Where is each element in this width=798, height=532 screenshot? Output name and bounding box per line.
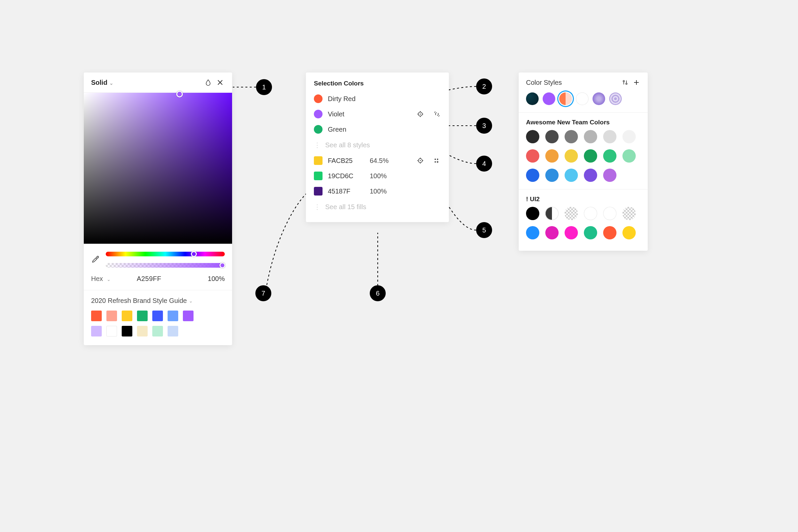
document-swatch[interactable] (122, 326, 132, 337)
style-swatch[interactable] (526, 169, 539, 182)
see-all-fills[interactable]: ⋮ See all 15 fills (306, 199, 449, 215)
sv-thumb[interactable] (176, 91, 183, 97)
document-swatch[interactable] (91, 310, 102, 321)
style-swatch[interactable] (584, 169, 597, 182)
style-swatch[interactable] (592, 92, 605, 105)
blend-mode-icon[interactable] (204, 78, 213, 87)
chevron-down-icon: ⌄ (189, 298, 193, 304)
style-swatch[interactable] (623, 226, 636, 240)
document-swatch[interactable] (152, 310, 163, 321)
style-name: Dirty Red (328, 95, 441, 103)
svg-point-4 (435, 158, 436, 160)
style-swatch[interactable] (584, 207, 597, 220)
team-colors-grid (519, 130, 648, 189)
saturation-value-field[interactable] (84, 93, 232, 244)
style-swatch[interactable] (603, 149, 616, 163)
document-swatch[interactable] (107, 326, 117, 337)
style-swatch[interactable] (603, 226, 616, 240)
style-swatch[interactable] (603, 207, 616, 220)
style-swatch[interactable] (526, 130, 539, 143)
style-dot (314, 110, 323, 118)
selection-fill-row[interactable]: FACB25 64.5% (306, 153, 449, 168)
style-swatch[interactable] (584, 149, 597, 163)
svg-point-3 (420, 160, 421, 161)
style-swatch[interactable] (565, 149, 578, 163)
unlink-icon[interactable] (433, 110, 441, 118)
style-swatch[interactable] (565, 130, 578, 143)
document-swatch[interactable] (168, 326, 178, 337)
see-all-styles[interactable]: ⋮ See all 8 styles (306, 137, 449, 153)
fill-opacity: 100% (370, 188, 387, 195)
fill-opacity: 100% (370, 172, 387, 180)
style-swatch[interactable] (526, 149, 539, 163)
style-swatch[interactable] (565, 207, 578, 220)
document-colors-section[interactable]: 2020 Refresh Brand Style Guide ⌄ (84, 290, 232, 308)
document-swatch[interactable] (107, 310, 117, 321)
style-swatch[interactable] (576, 92, 589, 105)
style-swatch[interactable] (565, 226, 578, 240)
selection-style-row[interactable]: Violet (306, 107, 449, 122)
add-style-icon[interactable] (632, 78, 640, 87)
fill-swatch (314, 172, 323, 180)
fill-type-dropdown[interactable]: Solid⌄ (91, 79, 113, 87)
color-model-dropdown[interactable]: Hex ⌄ (91, 275, 111, 283)
style-swatch[interactable] (623, 207, 636, 220)
style-swatch[interactable] (526, 207, 539, 220)
opacity-input[interactable]: 100% (208, 275, 225, 283)
alpha-slider[interactable] (106, 263, 225, 268)
document-swatch[interactable] (183, 310, 193, 321)
style-swatch[interactable] (584, 130, 597, 143)
document-swatch[interactable] (152, 326, 163, 337)
alpha-thumb[interactable] (220, 262, 225, 268)
style-name: Violet (328, 110, 411, 118)
hex-input[interactable]: A259FF (137, 275, 161, 283)
annotation-7: 7 (255, 285, 271, 301)
document-swatch[interactable] (168, 310, 178, 321)
target-icon[interactable] (416, 110, 424, 118)
document-swatch-grid (84, 308, 210, 345)
color-picker-panel: Solid⌄ Hex ⌄ A259FF 100% 2020 Refresh Br… (84, 73, 232, 345)
create-style-icon[interactable] (433, 157, 441, 165)
document-swatch[interactable] (137, 326, 148, 337)
selection-style-row[interactable]: Green (306, 122, 449, 137)
target-icon[interactable] (416, 157, 424, 165)
annotation-2: 2 (476, 78, 492, 94)
style-swatch[interactable] (543, 92, 555, 105)
color-styles-header: Color Styles (519, 73, 648, 91)
style-swatch[interactable] (584, 226, 597, 240)
eyedropper-icon[interactable] (91, 255, 100, 264)
hue-slider[interactable] (106, 252, 225, 256)
hue-thumb[interactable] (191, 251, 197, 257)
filter-icon[interactable] (621, 78, 629, 87)
document-swatch[interactable] (122, 310, 132, 321)
style-swatch-selected[interactable] (559, 92, 572, 105)
style-swatch[interactable] (603, 169, 616, 182)
document-swatch[interactable] (91, 326, 102, 337)
fill-hex: 45187F (328, 188, 364, 195)
svg-point-8 (626, 83, 627, 84)
style-swatch[interactable] (623, 130, 636, 143)
style-swatch[interactable] (545, 207, 558, 220)
style-swatch[interactable] (623, 149, 636, 163)
style-swatch[interactable] (603, 130, 616, 143)
document-swatch[interactable] (137, 310, 148, 321)
style-swatch[interactable] (545, 130, 558, 143)
annotation-4: 4 (476, 156, 492, 172)
style-swatch[interactable] (545, 226, 558, 240)
fill-swatch (314, 156, 323, 165)
local-styles-row (519, 91, 648, 112)
style-swatch[interactable] (526, 92, 539, 105)
style-swatch[interactable] (545, 169, 558, 182)
svg-point-5 (437, 158, 438, 160)
style-swatch[interactable] (526, 226, 539, 240)
style-group-title: ! UI2 (519, 190, 648, 207)
style-dot (314, 94, 323, 103)
selection-style-row[interactable]: Dirty Red (306, 91, 449, 107)
style-swatch[interactable] (609, 92, 622, 105)
style-swatch[interactable] (545, 149, 558, 163)
close-icon[interactable] (215, 78, 225, 87)
style-swatch[interactable] (565, 169, 578, 182)
hex-input-row: Hex ⌄ A259FF 100% (84, 270, 232, 290)
selection-fill-row[interactable]: 45187F 100% (306, 184, 449, 199)
selection-fill-row[interactable]: 19CD6C 100% (306, 168, 449, 184)
